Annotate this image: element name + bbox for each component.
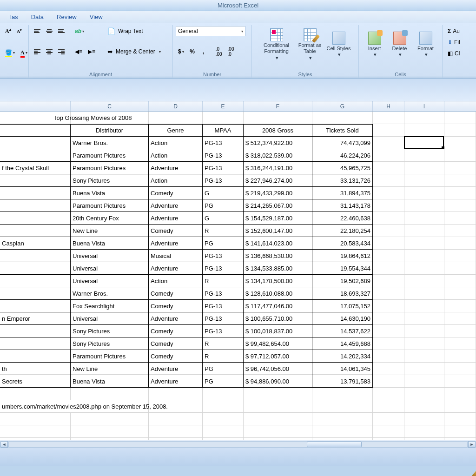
cell-F19[interactable]: $ 99,482,654.00 [244,337,312,350]
cell-G23[interactable] [312,388,373,400]
cell-D8[interactable]: Adventure [149,199,203,212]
cell-I24[interactable] [404,400,444,413]
align-center-button[interactable] [44,46,55,57]
cell-C17[interactable]: Universal [71,312,149,325]
align-right-button[interactable] [56,46,67,57]
column-header-C[interactable]: C [71,101,149,111]
cell-J12[interactable] [444,250,476,262]
cell-G14[interactable]: 19,502,689 [312,275,373,287]
cell-H11[interactable] [373,237,404,250]
cell-F16[interactable]: $ 117,477,046.00 [244,300,312,312]
cell-H14[interactable] [373,275,404,287]
cell-E1[interactable] [203,112,244,124]
align-bottom-button[interactable] [56,26,67,36]
cell-D14[interactable]: Action [149,275,203,287]
cell-F3[interactable]: $ 512,374,922.00 [244,137,312,149]
cell-H1[interactable] [373,112,404,124]
cell-C4[interactable]: Paramount Pictures [71,149,149,162]
cell-G3[interactable]: 74,473,099 [312,137,373,149]
cell-F6[interactable]: $ 227,946,274.00 [244,174,312,187]
cell-H26[interactable] [373,425,404,438]
cell-B22[interactable]: Secrets [0,375,71,388]
cell-F4[interactable]: $ 318,022,539.00 [244,149,312,162]
cell-C23[interactable] [71,388,149,400]
cell-C5[interactable]: Paramount Pictures [71,162,149,174]
increase-indent-button[interactable]: ▶≡ [86,46,98,57]
wrap-text-button[interactable]: 📄 Wrap Text [105,26,165,36]
cell-D7[interactable]: Comedy [149,187,203,199]
cell-B5[interactable]: f the Crystal Skull [0,162,71,174]
cell-F26[interactable] [244,425,312,438]
cell-I23[interactable] [404,388,444,400]
cell-E22[interactable]: PG [203,375,244,388]
cell-H2[interactable] [373,124,404,137]
cell-G11[interactable]: 20,583,434 [312,237,373,250]
cell-F20[interactable]: $ 97,712,057.00 [244,350,312,363]
tab-formulas[interactable]: las [4,12,25,22]
cell-C25[interactable] [71,413,149,425]
column-header-D[interactable]: D [149,101,203,111]
cell-C26[interactable] [71,425,149,438]
cell-D26[interactable] [149,425,203,438]
cell-E8[interactable]: PG [203,199,244,212]
scrollbar-track[interactable] [8,441,468,448]
cell-I10[interactable] [404,225,444,237]
cell-E12[interactable]: PG-13 [203,250,244,262]
cell-E18[interactable]: PG-13 [203,325,244,337]
cell-G22[interactable]: 13,791,583 [312,375,373,388]
cell-D4[interactable]: Action [149,149,203,162]
cell-E7[interactable]: G [203,187,244,199]
cell-E17[interactable]: PG-13 [203,312,244,325]
cell-J8[interactable] [444,199,476,212]
cell-I3[interactable] [404,137,444,149]
cell-E10[interactable]: R [203,225,244,237]
cell-H8[interactable] [373,199,404,212]
cell-C14[interactable]: Universal [71,275,149,287]
cell-C22[interactable]: Buena Vista [71,375,149,388]
cell-E21[interactable]: PG [203,363,244,375]
increase-decimal-button[interactable]: .0.00 [213,46,225,57]
cell-I13[interactable] [404,262,444,275]
cell-G17[interactable]: 14,630,190 [312,312,373,325]
cell-J14[interactable] [444,275,476,287]
fill-button[interactable]: ⬇Fil [445,37,468,47]
scroll-left-button[interactable]: ◄ [0,441,8,448]
cell-B24[interactable]: umbers.com/market/movies2008.php on Sept… [0,400,244,413]
cell-H21[interactable] [373,363,404,375]
cell-G4[interactable]: 46,224,206 [312,149,373,162]
cell-C18[interactable]: Sony Pictures [71,325,149,337]
cell-H5[interactable] [373,162,404,174]
cell-B3[interactable] [0,137,71,149]
cell-F23[interactable] [244,388,312,400]
cell-I26[interactable] [404,425,444,438]
cell-J23[interactable] [444,388,476,400]
cell-B11[interactable]: Caspian [0,237,71,250]
cell-F22[interactable]: $ 94,886,090.00 [244,375,312,388]
cell-D13[interactable]: Adventure [149,262,203,275]
cell-H23[interactable] [373,388,404,400]
cell-J25[interactable] [444,413,476,425]
cell-D6[interactable]: Action [149,174,203,187]
cell-I2[interactable] [404,124,444,137]
cell-J16[interactable] [444,300,476,312]
cell-H4[interactable] [373,149,404,162]
cell-J1[interactable] [444,112,476,124]
cell-B13[interactable] [0,262,71,275]
cell-B18[interactable] [0,325,71,337]
cell-I7[interactable] [404,187,444,199]
cell-J7[interactable] [444,187,476,199]
cell-F15[interactable]: $ 128,610,088.00 [244,287,312,300]
cell-H3[interactable] [373,137,404,149]
cell-E26[interactable] [203,425,244,438]
cell-B16[interactable] [0,300,71,312]
cell-C15[interactable]: Warner Bros. [71,287,149,300]
cell-F7[interactable]: $ 219,433,299.00 [244,187,312,199]
cell-G21[interactable]: 14,061,345 [312,363,373,375]
cell-E13[interactable]: PG-13 [203,262,244,275]
cell-H16[interactable] [373,300,404,312]
cell-H7[interactable] [373,187,404,199]
cell-C6[interactable]: Sony Pictures [71,174,149,187]
cell-F5[interactable]: $ 316,244,191.00 [244,162,312,174]
number-format-selector[interactable]: General ▾ [176,26,245,36]
grow-font-button[interactable]: A▴ [3,26,13,36]
